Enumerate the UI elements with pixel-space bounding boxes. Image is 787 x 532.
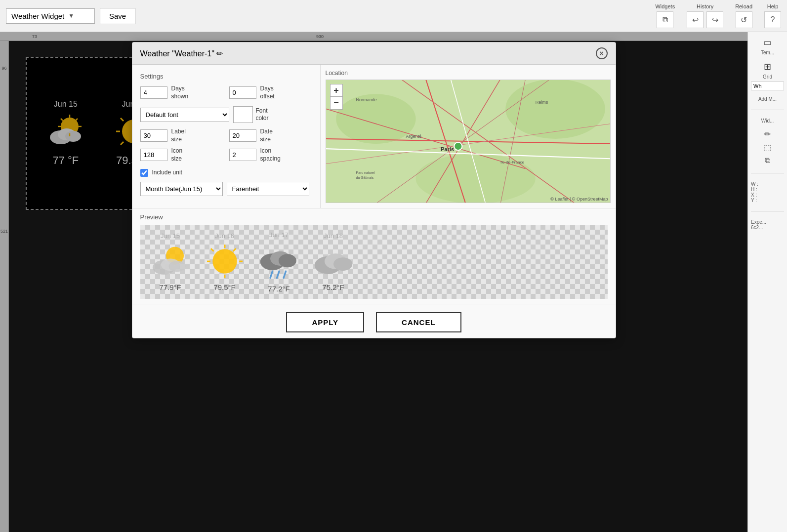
map-svg: Normande Reims Paris Argenté île-de-Fran… <box>326 80 610 203</box>
icon-spacing-label: Iconspacing <box>260 147 281 163</box>
toolbar-group-history: History ↩ ↪ <box>687 3 723 28</box>
label-size-input[interactable] <box>140 129 167 142</box>
preview-day1-temp: 77.9°F <box>159 283 181 291</box>
grid-field[interactable] <box>751 82 784 90</box>
modal-overlay: Weather "Weather-1" ✏ × Settings Dayssho… <box>0 32 747 532</box>
toolbar: Weather Widget ▼ Save Widgets ⧉ History … <box>0 0 787 32</box>
preview-title: Preview <box>140 213 608 221</box>
undo-icon[interactable]: ↩ <box>687 11 704 28</box>
h-label: H : <box>751 187 784 192</box>
preview-icon-4 <box>311 242 356 281</box>
svg-text:du Gâtinais: du Gâtinais <box>356 176 373 179</box>
cancel-button[interactable]: CANCEL <box>376 312 461 332</box>
help-label: Help <box>767 3 779 9</box>
copy-icon[interactable]: ⧉ <box>765 156 770 165</box>
location-label: Location <box>326 70 611 77</box>
toolbar-right-group: Widgets ⧉ History ↩ ↪ Reload ↺ Help ? <box>655 3 781 28</box>
preview-day4-temp: 75.2°F <box>322 283 344 291</box>
toolbar-group-reload: Reload ↺ <box>735 3 752 28</box>
preview-day1-label: Jun 15 <box>161 232 180 240</box>
settings-grid: Daysshown Daysoffset <box>140 85 312 100</box>
preview-day3-temp: 77.2°F <box>268 285 290 293</box>
divider-3 <box>751 211 784 211</box>
preview-day2-temp: 79.5°F <box>213 283 235 291</box>
include-unit-checkbox[interactable] <box>140 169 148 177</box>
preview-icon-1 <box>148 242 193 281</box>
modal-body: Settings Daysshown Daysoffset <box>132 65 616 208</box>
widgets-icon[interactable]: ⧉ <box>657 11 673 28</box>
apply-button[interactable]: APPLY <box>286 312 364 332</box>
preview-day4-label: Jun 18 <box>324 232 343 240</box>
right-panel-grid-item: ⊞ Grid <box>751 61 784 90</box>
move-icon[interactable]: ⬚ <box>764 143 771 152</box>
unit-select[interactable]: Farenheit Celsius Kelvin <box>227 182 309 196</box>
icon-size-label: Iconsize <box>171 147 183 163</box>
date-size-label: Datesize <box>260 128 273 143</box>
dimensions-section: W : H : X : Y : <box>751 181 784 203</box>
pencil-icon[interactable]: ✏ <box>764 129 771 139</box>
zoom-in-button[interactable]: + <box>330 84 343 97</box>
days-offset-label: Daysoffset <box>260 85 275 100</box>
wid-label: Wid... <box>761 118 774 123</box>
divider-1 <box>751 110 784 110</box>
map-container[interactable]: Normande Reims Paris Argenté île-de-Fran… <box>326 80 611 203</box>
preview-icon-3 <box>257 241 301 283</box>
svg-text:Parc naturel: Parc naturel <box>356 171 374 174</box>
days-shown-label: Daysshown <box>171 85 189 100</box>
svg-line-60 <box>233 248 236 251</box>
svg-line-64 <box>270 271 273 278</box>
chevron-down-icon: ▼ <box>68 12 74 19</box>
svg-text:Paris: Paris <box>441 146 454 152</box>
template-icon: ▭ <box>763 37 772 48</box>
icon-spacing-input[interactable] <box>229 149 256 161</box>
font-color-picker[interactable] <box>233 106 253 123</box>
settings-section-title: Settings <box>140 73 312 80</box>
preview-day2-label: Jun 16 <box>215 232 234 240</box>
widget-select-label: Weather Widget <box>11 12 64 20</box>
include-unit-row: Include unit <box>140 169 312 177</box>
preview-section: Preview Jun 15 77.9°F <box>132 208 616 304</box>
widget-select[interactable]: Weather Widget ▼ <box>6 8 95 24</box>
svg-text:île-de-France: île-de-France <box>500 160 524 164</box>
svg-line-65 <box>277 271 279 278</box>
right-panel: ▭ Tem... ⊞ Grid Add M... Wid... ✏ ⬚ ⧉ W … <box>747 32 787 532</box>
font-select[interactable]: Default font <box>140 108 229 122</box>
date-format-select[interactable]: Month Date(Jun 15) Day Month MM/DD DD/MM <box>140 182 223 196</box>
widgets-label: Widgets <box>655 3 675 9</box>
preview-strip: Jun 15 77.9°F Jun 16 <box>140 225 608 299</box>
icon-size-input[interactable] <box>140 149 167 161</box>
exp-label: Expe... <box>751 219 784 225</box>
days-offset-input[interactable] <box>229 86 256 99</box>
preview-day-4: Jun 18 75.2°F <box>311 232 356 291</box>
date-size-row: Datesize <box>229 128 312 143</box>
modal-settings-panel: Settings Daysshown Daysoffset <box>132 65 320 208</box>
x-label: X : <box>751 192 784 198</box>
svg-point-54 <box>212 249 237 274</box>
svg-point-69 <box>333 257 352 271</box>
svg-point-53 <box>168 261 185 272</box>
font-row: Default font Fontcolor <box>140 106 312 123</box>
expert-section: Expe... 6c2... <box>751 219 784 230</box>
help-icon[interactable]: ? <box>764 11 781 28</box>
font-color-label: Fontcolor <box>256 107 269 123</box>
label-size-label: Labelsize <box>171 128 186 143</box>
history-label: History <box>697 3 713 9</box>
reload-label: Reload <box>735 3 752 9</box>
redo-icon[interactable]: ↪ <box>706 11 723 28</box>
reload-icon[interactable]: ↺ <box>736 11 752 28</box>
label-size-row: Labelsize <box>140 128 223 143</box>
preview-day-2: Jun 16 79.5°F <box>203 232 247 291</box>
days-shown-input[interactable] <box>140 86 167 99</box>
toolbar-group-widgets: Widgets ⧉ <box>655 3 675 28</box>
right-panel-wid: Wid... <box>751 118 784 123</box>
w-label: W : <box>751 181 784 187</box>
date-size-input[interactable] <box>229 129 256 142</box>
include-unit-label: Include unit <box>152 169 182 177</box>
edit-icons: ✏ ⬚ ⧉ <box>751 129 784 165</box>
zoom-out-button[interactable]: − <box>330 97 343 110</box>
svg-text:Normande: Normande <box>356 97 376 102</box>
code-value: 6c2... <box>751 225 784 230</box>
close-button[interactable]: × <box>596 47 608 59</box>
modal-footer: APPLY CANCEL <box>132 304 616 340</box>
save-button[interactable]: Save <box>100 8 135 24</box>
